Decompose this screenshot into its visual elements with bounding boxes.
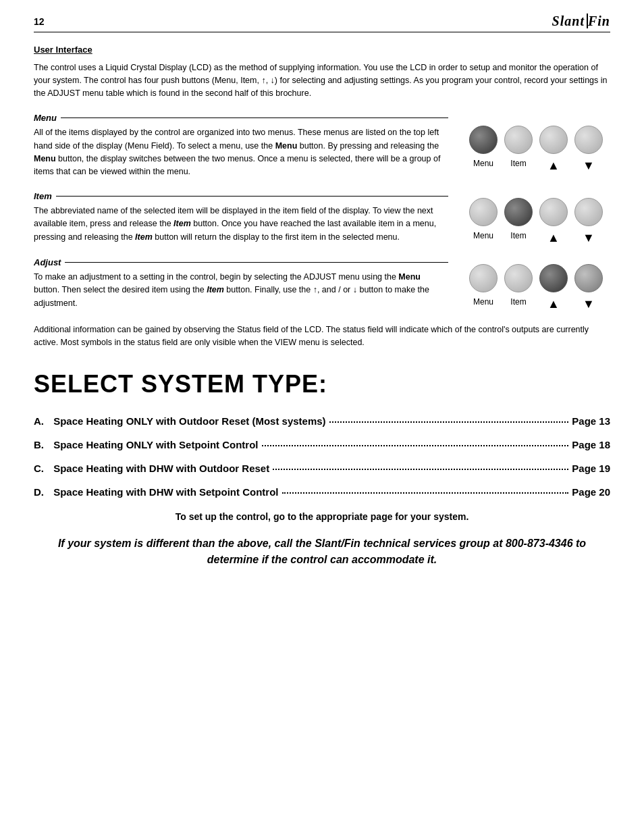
- option-c-dots: [273, 469, 568, 470]
- adjust-label-line: Adjust: [34, 257, 448, 267]
- menu-label-menu: Menu: [469, 159, 498, 173]
- option-d-dots: [282, 492, 569, 494]
- adjust-diagram: Menu Item ▲ ▼: [462, 257, 610, 311]
- select-section: SELECT SYSTEM TYPE: A. Space Heating ONL…: [34, 370, 610, 568]
- item-btn-up: [539, 198, 568, 226]
- item-btn-row: [469, 198, 603, 226]
- adjust-subsection: Adjust To make an adjustment to a settin…: [34, 257, 610, 311]
- option-a-dots: [329, 421, 569, 423]
- menu-btn-menu: [469, 126, 498, 154]
- menu-label-up: ▲: [539, 159, 568, 173]
- menu-label-item: Item: [504, 159, 533, 173]
- option-b-page: Page 18: [572, 439, 610, 450]
- option-a-letter: A.: [34, 415, 51, 427]
- select-title: SELECT SYSTEM TYPE:: [34, 370, 610, 398]
- section-title: User Interface: [34, 45, 610, 55]
- menu-subsection: Menu All of the items displayed by the c…: [34, 113, 610, 179]
- system-option-b: B. Space Heating ONLY with Setpoint Cont…: [34, 439, 610, 450]
- page-header: 12 SlantFin: [34, 14, 610, 32]
- adjust-btn-labels: Menu Item ▲ ▼: [469, 297, 603, 311]
- item-btn-down: [574, 198, 603, 226]
- option-d-text: Space Heating with DHW with Setpoint Con…: [51, 486, 279, 498]
- item-label: Item: [34, 191, 52, 201]
- system-option-d: D. Space Heating with DHW with Setpoint …: [34, 486, 610, 498]
- option-b-dots: [262, 445, 569, 446]
- adjust-label-up: ▲: [539, 297, 568, 311]
- option-b-text: Space Heating ONLY with Setpoint Control: [51, 439, 259, 450]
- status-note: Additional information can be gained by …: [34, 323, 610, 350]
- adjust-text-col: Adjust To make an adjustment to a settin…: [34, 257, 462, 311]
- item-label-line: Item: [34, 191, 448, 201]
- menu-label-down: ▼: [574, 159, 603, 173]
- item-label-menu: Menu: [469, 231, 498, 245]
- footer-note: To set up the control, go to the appropr…: [34, 511, 610, 522]
- option-c-text: Space Heating with DHW with Outdoor Rese…: [51, 463, 269, 474]
- menu-label-line: Menu: [34, 113, 448, 123]
- menu-divider: [61, 118, 448, 118]
- adjust-btn-down: [574, 264, 603, 292]
- page-number: 12: [34, 16, 45, 27]
- option-c-letter: C.: [34, 463, 51, 474]
- item-label-up: ▲: [539, 231, 568, 245]
- menu-label: Menu: [34, 113, 57, 123]
- system-option-c: C. Space Heating with DHW with Outdoor R…: [34, 463, 610, 474]
- adjust-btn-menu: [469, 264, 498, 292]
- footer-italic: If your system is different than the abo…: [34, 536, 610, 568]
- adjust-label-down: ▼: [574, 297, 603, 311]
- menu-btn-item: [504, 126, 533, 154]
- menu-diagram: Menu Item ▲ ▼: [462, 113, 610, 179]
- adjust-body: To make an adjustment to a setting in th…: [34, 271, 448, 310]
- adjust-btn-up: [539, 264, 568, 292]
- menu-body: All of the items displayed by the contro…: [34, 126, 448, 179]
- option-b-letter: B.: [34, 439, 51, 450]
- menu-btn-labels: Menu Item ▲ ▼: [469, 159, 603, 173]
- item-btn-menu: [469, 198, 498, 226]
- option-c-page: Page 19: [572, 463, 610, 474]
- item-btn-item: [504, 198, 533, 226]
- item-label-down: ▼: [574, 231, 603, 245]
- option-d-letter: D.: [34, 486, 51, 498]
- item-diagram: Menu Item ▲ ▼: [462, 191, 610, 245]
- option-a-page: Page 13: [572, 415, 610, 427]
- intro-text: The control uses a Liquid Crystal Displa…: [34, 61, 610, 99]
- item-subsection: Item The abbreviated name of the selecte…: [34, 191, 610, 245]
- item-body: The abbreviated name of the selected ite…: [34, 205, 448, 244]
- adjust-label: Adjust: [34, 257, 61, 267]
- brand-logo: SlantFin: [552, 14, 610, 29]
- adjust-btn-row: [469, 264, 603, 292]
- option-d-page: Page 20: [572, 486, 610, 498]
- adjust-label-menu: Menu: [469, 297, 498, 311]
- menu-text-col: Menu All of the items displayed by the c…: [34, 113, 462, 179]
- item-btn-labels: Menu Item ▲ ▼: [469, 231, 603, 245]
- item-label-item: Item: [504, 231, 533, 245]
- menu-btn-down: [574, 126, 603, 154]
- adjust-divider: [65, 262, 448, 263]
- item-divider: [56, 196, 448, 197]
- adjust-label-item: Item: [504, 297, 533, 311]
- menu-btn-row: [469, 126, 603, 154]
- item-text-col: Item The abbreviated name of the selecte…: [34, 191, 462, 245]
- adjust-btn-item: [504, 264, 533, 292]
- menu-btn-up: [539, 126, 568, 154]
- option-a-text: Space Heating ONLY with Outdoor Reset (M…: [51, 415, 326, 427]
- system-option-a: A. Space Heating ONLY with Outdoor Reset…: [34, 415, 610, 427]
